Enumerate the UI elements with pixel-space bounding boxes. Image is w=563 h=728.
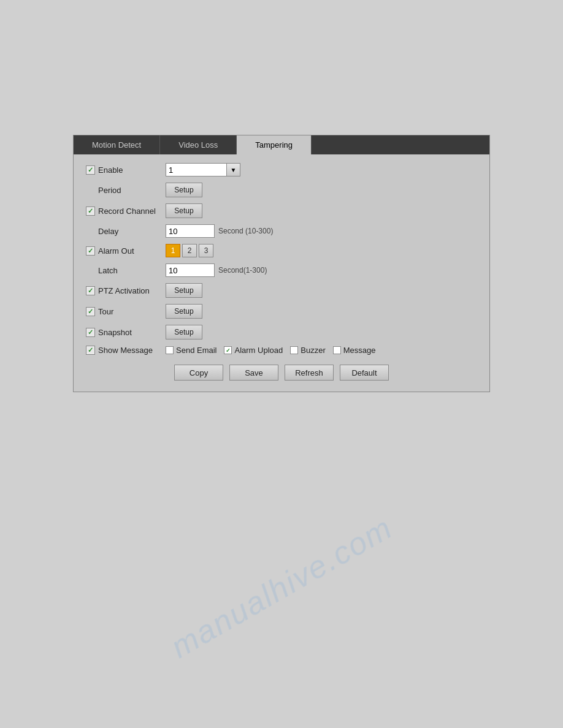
- alarm-upload-checkbox[interactable]: [224, 346, 232, 354]
- ptz-checkbox[interactable]: [86, 286, 95, 295]
- refresh-button[interactable]: Refresh: [285, 365, 334, 381]
- delay-row: Delay Second (10-300): [86, 224, 477, 238]
- alarm-btn-3[interactable]: 3: [199, 244, 213, 257]
- latch-row: Latch Second(1-300): [86, 264, 477, 277]
- show-message-checkbox[interactable]: [86, 346, 95, 355]
- tour-checkbox[interactable]: [86, 307, 95, 316]
- buzzer-option[interactable]: Buzzer: [290, 346, 325, 355]
- message-label: Message: [343, 346, 376, 355]
- delay-unit: Second (10-300): [218, 227, 273, 235]
- record-channel-setup-button[interactable]: Setup: [166, 203, 202, 218]
- alarm-out-label-col: Alarm Out: [86, 246, 166, 256]
- alarm-upload-option[interactable]: Alarm Upload: [224, 346, 283, 355]
- alarm-btn-1[interactable]: 1: [166, 244, 180, 257]
- snapshot-row: Snapshot Setup: [86, 325, 477, 339]
- snapshot-label-col: Snapshot: [86, 328, 166, 337]
- delay-label-col: Delay: [86, 227, 166, 236]
- bottom-buttons: Copy Save Refresh Default: [86, 365, 477, 381]
- period-label: Period: [98, 186, 121, 195]
- main-panel: Motion Detect Video Loss Tampering Enabl…: [73, 135, 490, 392]
- message-option[interactable]: Message: [333, 346, 376, 355]
- tab-video-loss[interactable]: Video Loss: [160, 135, 237, 154]
- ptz-setup-button[interactable]: Setup: [166, 283, 202, 298]
- period-label-col: Period: [86, 186, 166, 195]
- buzzer-label: Buzzer: [301, 346, 325, 355]
- period-setup-button[interactable]: Setup: [166, 183, 202, 197]
- snapshot-setup-button[interactable]: Setup: [166, 325, 202, 339]
- snapshot-label: Snapshot: [98, 328, 132, 337]
- record-channel-label: Record Channel: [98, 207, 156, 216]
- tour-label-col: Tour: [86, 307, 166, 316]
- ptz-label: PTZ Activation: [98, 286, 150, 295]
- default-button[interactable]: Default: [340, 365, 389, 381]
- tab-bar: Motion Detect Video Loss Tampering: [74, 135, 489, 154]
- record-channel-row: Record Channel Setup: [86, 203, 477, 218]
- enable-dropdown-btn[interactable]: ▼: [227, 163, 240, 176]
- enable-label-col: Enable: [86, 165, 166, 175]
- latch-label: Latch: [98, 266, 118, 275]
- message-checkbox[interactable]: [333, 346, 341, 354]
- enable-label: Enable: [98, 165, 123, 175]
- watermark: manualhive.com: [164, 509, 399, 665]
- alarm-out-checkbox[interactable]: [86, 246, 95, 256]
- delay-label: Delay: [98, 227, 118, 236]
- enable-row: Enable ▼: [86, 163, 477, 176]
- show-message-options: Send Email Alarm Upload Buzzer Message: [166, 346, 375, 355]
- tour-setup-button[interactable]: Setup: [166, 304, 202, 319]
- ptz-label-col: PTZ Activation: [86, 286, 166, 295]
- enable-dropdown-input[interactable]: [166, 163, 227, 176]
- alarm-out-label: Alarm Out: [98, 246, 134, 256]
- record-channel-checkbox[interactable]: [86, 207, 95, 216]
- send-email-option[interactable]: Send Email: [166, 346, 216, 355]
- enable-dropdown-wrap: ▼: [166, 163, 240, 176]
- latch-input[interactable]: [166, 264, 215, 277]
- save-button[interactable]: Save: [229, 365, 278, 381]
- send-email-checkbox[interactable]: [166, 346, 174, 354]
- record-channel-label-col: Record Channel: [86, 207, 166, 216]
- ptz-activation-row: PTZ Activation Setup: [86, 283, 477, 298]
- send-email-label: Send Email: [176, 346, 216, 355]
- show-message-row: Show Message Send Email Alarm Upload Buz…: [86, 346, 477, 355]
- alarm-btn-2[interactable]: 2: [182, 244, 197, 257]
- show-message-label-col: Show Message: [86, 346, 166, 355]
- snapshot-checkbox[interactable]: [86, 328, 95, 337]
- buzzer-checkbox[interactable]: [290, 346, 298, 354]
- show-message-label: Show Message: [98, 346, 153, 355]
- latch-unit: Second(1-300): [218, 266, 267, 275]
- tour-row: Tour Setup: [86, 304, 477, 319]
- tour-label: Tour: [98, 307, 113, 316]
- alarm-out-row: Alarm Out 1 2 3: [86, 244, 477, 257]
- enable-checkbox[interactable]: [86, 165, 95, 175]
- period-row: Period Setup: [86, 183, 477, 197]
- content-area: Enable ▼ Period Setup Record Channel Set…: [74, 154, 489, 392]
- copy-button[interactable]: Copy: [174, 365, 223, 381]
- alarm-upload-label: Alarm Upload: [234, 346, 283, 355]
- tab-motion-detect[interactable]: Motion Detect: [74, 135, 160, 154]
- delay-input[interactable]: [166, 224, 215, 238]
- tab-tampering[interactable]: Tampering: [237, 135, 312, 154]
- latch-label-col: Latch: [86, 266, 166, 275]
